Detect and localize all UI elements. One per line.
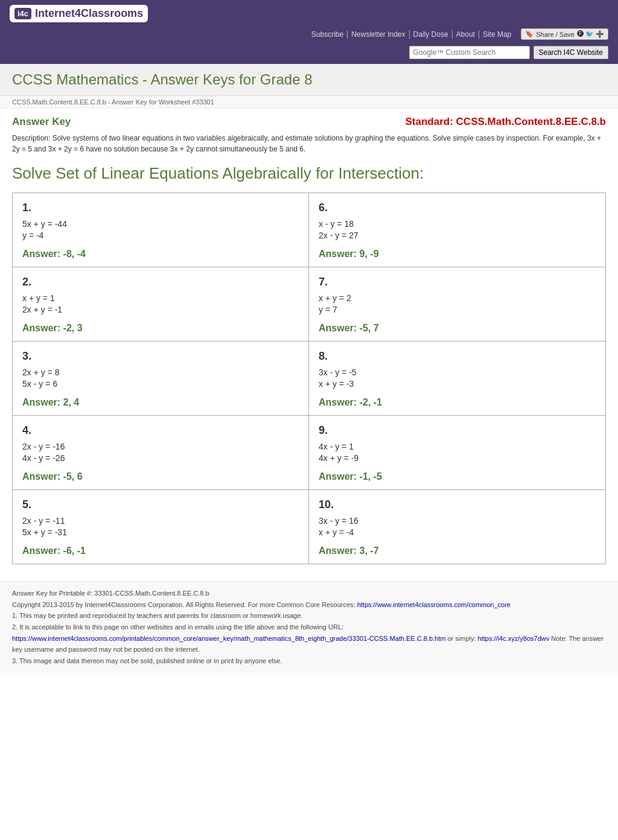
search-button[interactable]: Search I4C Website	[534, 46, 609, 59]
problem-cell-3: 3. 2x + y = 8 5x - y = 6 Answer: 2, 4	[13, 342, 309, 415]
footer-or: or simply:	[447, 635, 477, 642]
problem-eq2-3: 5x - y = 6	[22, 379, 299, 389]
problem-eq2-7: y = 7	[319, 305, 596, 314]
logo-text: Internet4Classrooms	[35, 7, 143, 20]
problem-answer-3: Answer: 2, 4	[22, 397, 299, 408]
problem-number-2: 2.	[22, 276, 299, 288]
problem-number-1: 1.	[22, 202, 299, 214]
footer-note1: 1. This may be printed and reproduced by…	[12, 610, 606, 622]
footer-url-short[interactable]: https://i4c.xyz/y8os7dwv	[478, 635, 550, 642]
problem-answer-6: Answer: 9, -9	[319, 249, 596, 259]
problem-eq2-10: x + y = -4	[319, 527, 596, 537]
problem-answer-8: Answer: -2, -1	[319, 397, 596, 408]
problem-cell-7: 7. x + y = 2 y = 7 Answer: -5, 7	[309, 267, 605, 341]
problem-row-2: 2. x + y = 1 2x + y = -1 Answer: -2, 3 7…	[13, 267, 605, 342]
logo-i4c: i4c	[14, 8, 31, 19]
answer-key-header: Answer Key Standard: CCSS.Math.Content.8…	[12, 116, 606, 128]
nav-about[interactable]: About	[453, 30, 479, 39]
problem-eq2-1: y = -4	[22, 231, 299, 240]
answer-key-label: Answer Key	[12, 116, 71, 128]
problem-number-6: 6.	[319, 202, 596, 214]
problem-eq1-10: 3x - y = 16	[319, 516, 596, 526]
problem-answer-1: Answer: -8, -4	[22, 249, 299, 259]
problem-eq2-6: 2x - y = 27	[319, 231, 596, 240]
problem-eq2-9: 4x + y = -9	[319, 453, 596, 463]
problem-eq1-5: 2x - y = -11	[22, 516, 299, 526]
problem-eq2-5: 5x + y = -31	[22, 527, 299, 537]
problem-answer-9: Answer: -1, -5	[319, 471, 596, 482]
problems-grid: 1. 5x + y = -44 y = -4 Answer: -8, -4 6.…	[12, 192, 606, 564]
nav-subscribe[interactable]: Subscribe	[308, 30, 348, 39]
footer-note4: 3. This image and data thereon may not b…	[12, 655, 606, 667]
problem-number-8: 8.	[319, 350, 596, 363]
problem-cell-6: 6. x - y = 18 2x - y = 27 Answer: 9, -9	[309, 193, 605, 267]
problem-row-5: 5. 2x - y = -11 5x + y = -31 Answer: -6,…	[13, 490, 605, 564]
search-bar: Search I4C Website	[0, 43, 618, 64]
footer-note3: https://www.internet4classrooms.com/prin…	[12, 633, 606, 655]
problem-eq1-4: 2x - y = -16	[22, 442, 299, 451]
problem-eq1-2: x + y = 1	[22, 293, 299, 303]
problem-answer-7: Answer: -5, 7	[319, 323, 596, 334]
problem-number-4: 4.	[22, 424, 299, 437]
share-save-button[interactable]: 🔖 Share / Save 🅕 🐦 ➕	[521, 28, 608, 40]
problem-number-10: 10.	[319, 498, 596, 511]
problem-cell-5: 5. 2x - y = -11 5x + y = -31 Answer: -6,…	[13, 490, 309, 564]
description: Description: Solve systems of two linear…	[12, 133, 606, 154]
search-input[interactable]	[409, 46, 530, 59]
problem-cell-8: 8. 3x - y = -5 x + y = -3 Answer: -2, -1	[309, 342, 605, 415]
problem-eq2-8: x + y = -3	[319, 379, 596, 389]
problem-number-7: 7.	[319, 276, 596, 288]
logo-box: i4c Internet4Classrooms	[10, 5, 148, 22]
problem-number-9: 9.	[319, 424, 596, 437]
problem-answer-10: Answer: 3, -7	[319, 546, 596, 556]
nav-newsletter[interactable]: Newsletter Index	[348, 30, 409, 39]
problem-row-4: 4. 2x - y = -16 4x - y = -26 Answer: -5,…	[13, 416, 605, 490]
header: i4c Internet4Classrooms	[0, 0, 618, 27]
problem-answer-2: Answer: -2, 3	[22, 323, 299, 334]
nav-daily-dose[interactable]: Daily Dose	[410, 30, 453, 39]
footer-line2: Copyright 2013-2015 by Internet4Classroo…	[12, 599, 606, 611]
problem-eq1-7: x + y = 2	[319, 293, 596, 303]
top-nav: Subscribe Newsletter Index Daily Dose Ab…	[0, 27, 618, 43]
problem-number-3: 3.	[22, 350, 299, 363]
standard-label: Standard: CCSS.Math.Content.8.EE.C.8.b	[406, 116, 606, 128]
page-title: CCSS Mathematics - Answer Keys for Grade…	[12, 71, 606, 88]
problem-eq2-2: 2x + y = -1	[22, 305, 299, 314]
problem-answer-4: Answer: -5, 6	[22, 471, 299, 482]
common-core-link[interactable]: https://www.internet4classrooms.com/comm…	[357, 601, 511, 608]
share-icons: 🅕 🐦 ➕	[577, 30, 604, 38]
footer-url-long[interactable]: https://www.internet4classrooms.com/prin…	[12, 635, 445, 642]
problem-number-5: 5.	[22, 498, 299, 511]
nav-site-map[interactable]: Site Map	[479, 30, 515, 39]
problem-answer-5: Answer: -6, -1	[22, 546, 299, 556]
problem-eq1-3: 2x + y = 8	[22, 368, 299, 377]
share-label: Share / Save	[536, 31, 575, 38]
footer: Answer Key for Printable #: 33301-CCSS.M…	[0, 581, 618, 673]
share-icon: 🔖	[525, 30, 534, 38]
page-title-bar: CCSS Mathematics - Answer Keys for Grade…	[0, 64, 618, 96]
footer-line1: Answer Key for Printable #: 33301-CCSS.M…	[12, 588, 606, 599]
problem-row-3: 3. 2x + y = 8 5x - y = 6 Answer: 2, 4 8.…	[13, 342, 605, 416]
problem-cell-1: 1. 5x + y = -44 y = -4 Answer: -8, -4	[13, 193, 309, 267]
problem-eq1-9: 4x - y = 1	[319, 442, 596, 451]
problem-eq2-4: 4x - y = -26	[22, 453, 299, 463]
problem-row-1: 1. 5x + y = -44 y = -4 Answer: -8, -4 6.…	[13, 193, 605, 267]
nav-links: Subscribe Newsletter Index Daily Dose Ab…	[308, 30, 515, 39]
problem-cell-9: 9. 4x - y = 1 4x + y = -9 Answer: -1, -5	[309, 416, 605, 489]
problem-eq1-1: 5x + y = -44	[22, 219, 299, 229]
problem-eq1-6: x - y = 18	[319, 219, 596, 229]
problem-cell-4: 4. 2x - y = -16 4x - y = -26 Answer: -5,…	[13, 416, 309, 489]
problem-eq1-8: 3x - y = -5	[319, 368, 596, 377]
footer-note2: 2. It is acceptable to link to this page…	[12, 622, 606, 633]
breadcrumb: CCSS.Math.Content.8.EE.C.8.b - Answer Ke…	[0, 96, 618, 109]
problem-cell-2: 2. x + y = 1 2x + y = -1 Answer: -2, 3	[13, 267, 309, 341]
problem-cell-10: 10. 3x - y = 16 x + y = -4 Answer: 3, -7	[309, 490, 605, 564]
section-title: Solve Set of Linear Equations Algebraica…	[12, 164, 606, 183]
main-content: Answer Key Standard: CCSS.Math.Content.8…	[0, 109, 618, 571]
